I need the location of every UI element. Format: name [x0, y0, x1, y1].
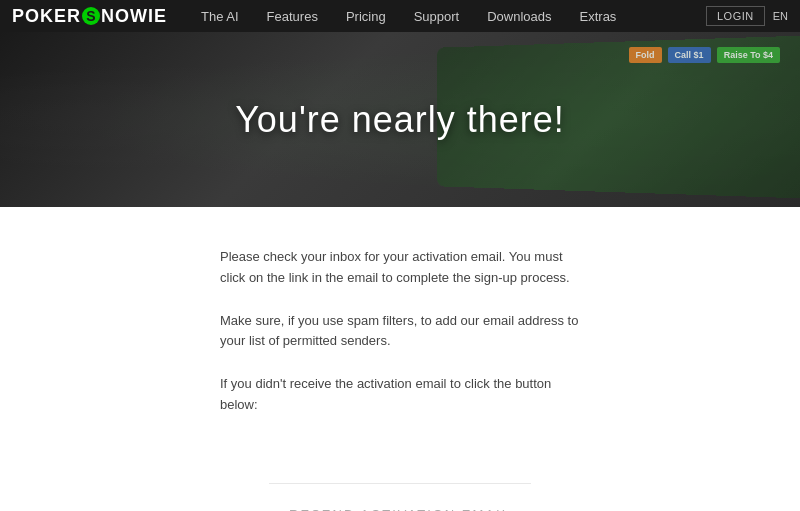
nav-link-features[interactable]: Features [253, 0, 332, 32]
nav-link-extras[interactable]: Extras [566, 0, 631, 32]
divider-top [269, 483, 531, 484]
nav-link-support[interactable]: Support [400, 0, 474, 32]
hero-ui-buttons: Fold Call $1 Raise To $4 [629, 47, 780, 63]
nav-link-the-ai[interactable]: The AI [187, 0, 253, 32]
login-button[interactable]: LOGIN [706, 6, 765, 26]
activation-email-para: Please check your inbox for your activat… [220, 247, 580, 289]
main-content: Please check your inbox for your activat… [0, 207, 800, 511]
resend-section: RESEND ACTIVATION EMAIL [269, 468, 531, 511]
navbar: POKER S NOWIE The AI Features Pricing Su… [0, 0, 800, 32]
logo[interactable]: POKER S NOWIE [12, 6, 167, 27]
hero-call-button: Call $1 [668, 47, 711, 63]
hero-section: Fold Call $1 Raise To $4 You're nearly t… [0, 32, 800, 207]
logo-nowie: NOWIE [101, 6, 167, 27]
resend-button[interactable]: RESEND ACTIVATION EMAIL [269, 499, 531, 511]
hero-fold-button: Fold [629, 47, 662, 63]
hero-raise-button: Raise To $4 [717, 47, 780, 63]
spam-filter-para: Make sure, if you use spam filters, to a… [220, 311, 580, 353]
logo-s-icon: S [82, 7, 100, 25]
nav-link-downloads[interactable]: Downloads [473, 0, 565, 32]
nav-link-pricing[interactable]: Pricing [332, 0, 400, 32]
logo-poker: POKER [12, 6, 81, 27]
language-selector[interactable]: EN [773, 10, 788, 22]
content-block: Please check your inbox for your activat… [200, 247, 600, 438]
hero-title: You're nearly there! [235, 99, 565, 141]
nav-right: LOGIN EN [706, 6, 788, 26]
no-email-para: If you didn't receive the activation ema… [220, 374, 580, 416]
nav-links: The AI Features Pricing Support Download… [187, 0, 706, 32]
